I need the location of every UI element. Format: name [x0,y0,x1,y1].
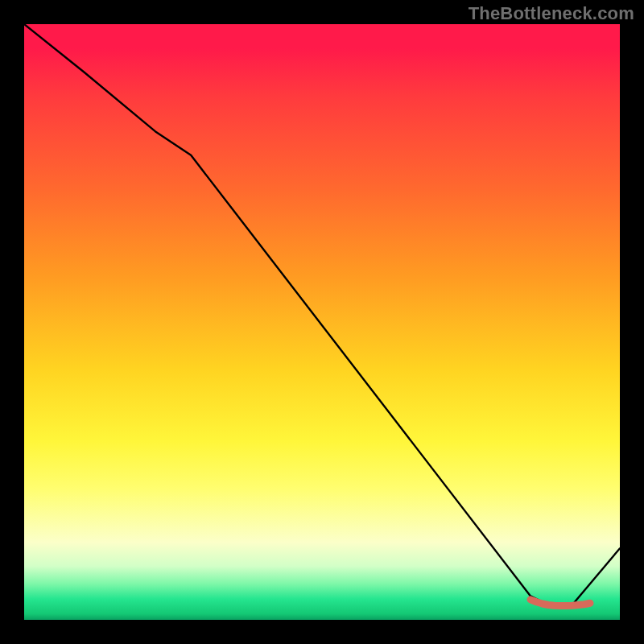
optimal-range-marker [530,600,590,606]
plot-area [24,24,620,620]
chart-frame: TheBottleneck.com [0,0,644,644]
chart-svg [24,24,620,620]
attribution-watermark: TheBottleneck.com [469,3,634,24]
bottleneck-curve [24,24,620,605]
